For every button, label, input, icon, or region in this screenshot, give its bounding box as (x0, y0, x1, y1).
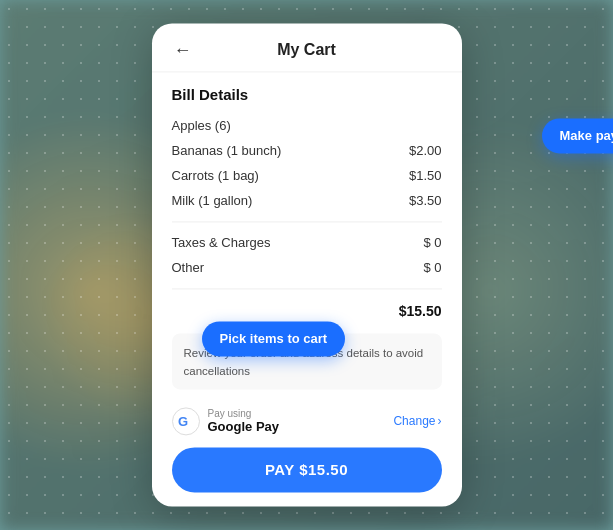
pick-items-tooltip[interactable]: Pick items to cart (202, 321, 346, 356)
payment-left: G Pay using Google Pay (172, 408, 280, 436)
divider (172, 288, 442, 289)
gpay-svg: G (175, 411, 197, 433)
google-pay-icon: G (172, 408, 200, 436)
pay-method-label: Google Pay (208, 420, 280, 435)
table-row: Other $ 0 (172, 255, 442, 280)
payment-info: Pay using Google Pay (208, 409, 280, 435)
table-row: Bananas (1 bunch) $2.00 (172, 138, 442, 163)
card-header: ← My Cart (152, 23, 462, 72)
back-button[interactable]: ← (168, 38, 198, 63)
card-wrapper: Make payments Pick items to cart ← My Ca… (152, 23, 462, 506)
make-payments-tooltip[interactable]: Make payments (542, 118, 614, 153)
cart-card: ← My Cart Bill Details Apples (6) Banana… (152, 23, 462, 506)
chevron-right-icon: › (438, 415, 442, 429)
payment-row: G Pay using Google Pay Change › (172, 398, 442, 442)
total-amount: $15.50 (399, 303, 442, 319)
change-payment-button[interactable]: Change › (393, 415, 441, 429)
card-body: Bill Details Apples (6) Bananas (1 bunch… (152, 72, 462, 506)
table-row: Carrots (1 bag) $1.50 (172, 163, 442, 188)
page-title: My Cart (277, 41, 336, 59)
svg-text:G: G (178, 415, 188, 430)
table-row: Taxes & Charges $ 0 (172, 230, 442, 255)
pay-button[interactable]: PAY $15.50 (172, 448, 442, 493)
pay-using-label: Pay using (208, 409, 280, 420)
bill-details-title: Bill Details (172, 86, 442, 103)
table-row: Milk (1 gallon) $3.50 (172, 188, 442, 213)
table-row: Apples (6) (172, 113, 442, 138)
divider (172, 221, 442, 222)
change-label: Change (393, 415, 435, 429)
